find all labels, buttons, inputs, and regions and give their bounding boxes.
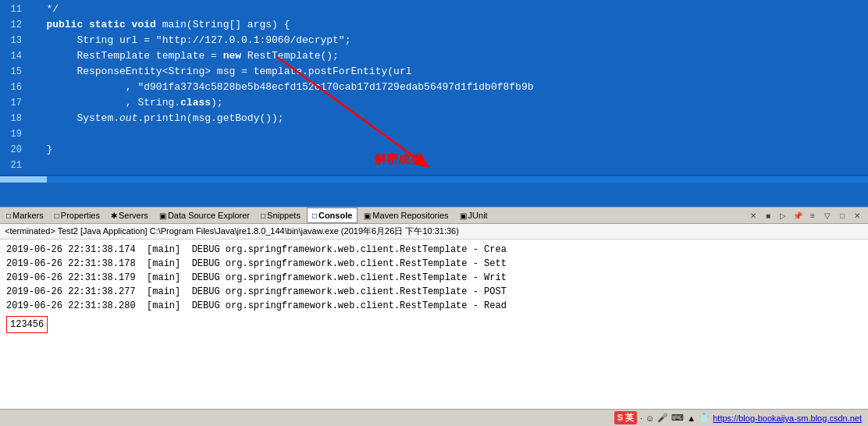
log-line-4: 2019-06-26 22:31:38.277 [main] DEBUG org… bbox=[6, 285, 862, 299]
tab-maven[interactable]: ▣ Maven Repositories bbox=[359, 208, 453, 223]
annotation-text: 解密成功 bbox=[375, 152, 422, 167]
line-number: 11 bbox=[0, 2, 28, 17]
tab-properties-label: Properties bbox=[61, 211, 100, 220]
line-content: , "d901fa3734c5828be5b48ecfd152c170cab17… bbox=[28, 80, 868, 95]
line-number: 13 bbox=[0, 33, 28, 48]
code-line-14: 14 RestTemplate template = new RestTempl… bbox=[0, 48, 868, 64]
status-url[interactable]: https://blog-bookaijya-sm.blog.csdn.net bbox=[713, 414, 862, 423]
tab-datasource-label: Data Source Explorer bbox=[168, 211, 250, 220]
line-content: System.out.println(msg.getBody()); bbox=[28, 111, 868, 126]
line-number: 20 bbox=[0, 142, 28, 158]
code-line-20: 20 } bbox=[0, 142, 868, 158]
line-content: public static void main(String[] args) { bbox=[28, 17, 868, 33]
code-line-15: 15 ResponseEntity<String> msg = template… bbox=[0, 64, 868, 80]
code-editor: 11 */ 12 public static void main(String[… bbox=[0, 0, 868, 207]
line-number: 19 bbox=[0, 126, 28, 142]
console-icon: □ bbox=[312, 211, 317, 220]
tab-snippets[interactable]: □ Snippets bbox=[256, 208, 305, 223]
servers-icon: ✱ bbox=[111, 211, 117, 220]
maximize-button[interactable]: □ bbox=[836, 209, 848, 222]
console-output: 2019-06-26 22:31:38.174 [main] DEBUG org… bbox=[0, 240, 868, 336]
tab-datasource[interactable]: ▣ Data Source Explorer bbox=[155, 208, 254, 223]
pin-button[interactable]: 📌 bbox=[792, 209, 804, 222]
code-line-18: 18 System.out.println(msg.getBody()); bbox=[0, 111, 868, 126]
line-number: 12 bbox=[0, 17, 28, 33]
line-content: } bbox=[28, 142, 868, 158]
log-line-3: 2019-06-26 22:31:38.179 [main] DEBUG org… bbox=[6, 271, 862, 285]
code-scrollbar[interactable] bbox=[0, 175, 868, 183]
tab-maven-label: Maven Repositories bbox=[372, 211, 448, 220]
close-view-button[interactable]: ✕ bbox=[851, 209, 863, 222]
line-number: 21 bbox=[0, 158, 28, 173]
terminated-text: <terminated> Test2 [Java Application] C:… bbox=[5, 225, 459, 237]
maven-icon: ▣ bbox=[364, 211, 371, 220]
scrollbar-thumb[interactable] bbox=[0, 176, 47, 183]
tabs-toolbar: ✕ ■ ▷ 📌 ≡ ▽ □ ✕ bbox=[747, 209, 866, 222]
datasource-icon: ▣ bbox=[159, 211, 166, 220]
status-bar: S 英 · ☺ 🎤 ⌨ ▲ 👕 https://blog-bookaijya-s… bbox=[0, 409, 868, 426]
tab-servers-label: Servers bbox=[119, 211, 148, 220]
scrollbar-track[interactable] bbox=[0, 176, 868, 183]
log-line-1: 2019-06-26 22:31:38.174 [main] DEBUG org… bbox=[6, 243, 862, 257]
clear-console-button[interactable]: ✕ bbox=[747, 209, 760, 222]
tab-markers[interactable]: □ Markers bbox=[2, 208, 48, 223]
stop-button[interactable]: ■ bbox=[762, 209, 774, 222]
code-line-11: 11 */ bbox=[0, 2, 868, 17]
log-line-2: 2019-06-26 22:31:38.178 [main] DEBUG org… bbox=[6, 257, 862, 271]
code-lines: 11 */ 12 public static void main(String[… bbox=[0, 0, 868, 175]
code-line-13: 13 String url = "http://127.0.0.1:9060/d… bbox=[0, 33, 868, 48]
separator-dot: · bbox=[640, 414, 642, 423]
tab-junit-label: JUnit bbox=[468, 211, 488, 220]
arrow-icon[interactable]: ▲ bbox=[687, 414, 695, 423]
tabs-bar: □ Markers □ Properties ✱ Servers ▣ Data … bbox=[0, 207, 868, 224]
code-line-12: 12 public static void main(String[] args… bbox=[0, 17, 868, 33]
tab-console[interactable]: □ Console bbox=[307, 208, 358, 223]
line-content: ResponseEntity<String> msg = template.po… bbox=[28, 64, 868, 80]
status-right-area: S 英 · ☺ 🎤 ⌨ ▲ 👕 https://blog-bookaijya-s… bbox=[614, 411, 862, 424]
emoji-icon[interactable]: ☺ bbox=[646, 414, 654, 423]
result-container: 123456 bbox=[6, 314, 862, 333]
terminated-status-bar: <terminated> Test2 [Java Application] C:… bbox=[0, 224, 868, 240]
line-content: , String.class); bbox=[28, 95, 868, 111]
log-line-5: 2019-06-26 22:31:38.280 [main] DEBUG org… bbox=[6, 299, 862, 313]
tab-console-label: Console bbox=[318, 211, 352, 220]
markers-icon: □ bbox=[6, 211, 11, 220]
shirt-icon[interactable]: 👕 bbox=[699, 413, 710, 423]
line-content: String url = "http://127.0.0.1:9060/decr… bbox=[28, 33, 868, 48]
minimize-button[interactable]: ▽ bbox=[821, 209, 834, 222]
code-line-16: 16 , "d901fa3734c5828be5b48ecfd152c170ca… bbox=[0, 80, 868, 95]
line-number: 14 bbox=[0, 48, 28, 64]
properties-icon: □ bbox=[55, 211, 59, 220]
line-content: */ bbox=[28, 2, 868, 17]
code-line-17: 17 , String.class); bbox=[0, 95, 868, 111]
line-number: 18 bbox=[0, 111, 28, 126]
tab-markers-label: Markers bbox=[12, 211, 44, 220]
tab-properties[interactable]: □ Properties bbox=[50, 208, 105, 223]
snippets-icon: □ bbox=[261, 211, 265, 220]
run-button[interactable]: ▷ bbox=[777, 209, 789, 222]
line-number: 16 bbox=[0, 80, 28, 95]
code-line-21: 21 bbox=[0, 158, 868, 173]
tab-junit[interactable]: ▣ JUnit bbox=[455, 208, 493, 223]
console-panel: <terminated> Test2 [Java Application] C:… bbox=[0, 224, 868, 409]
sogou-icon[interactable]: S 英 bbox=[614, 411, 637, 424]
result-value: 123456 bbox=[10, 318, 44, 332]
line-number: 17 bbox=[0, 95, 28, 111]
mic-icon[interactable]: 🎤 bbox=[657, 413, 668, 423]
keyboard-icon[interactable]: ⌨ bbox=[671, 413, 684, 423]
tab-servers[interactable]: ✱ Servers bbox=[106, 208, 153, 223]
line-content: RestTemplate template = new RestTemplate… bbox=[28, 48, 868, 64]
code-line-19: 19 bbox=[0, 126, 868, 142]
line-number: 15 bbox=[0, 64, 28, 80]
junit-icon: ▣ bbox=[460, 211, 467, 220]
tab-snippets-label: Snippets bbox=[267, 211, 301, 220]
result-box: 123456 bbox=[6, 316, 48, 333]
menu-button[interactable]: ≡ bbox=[806, 209, 819, 222]
